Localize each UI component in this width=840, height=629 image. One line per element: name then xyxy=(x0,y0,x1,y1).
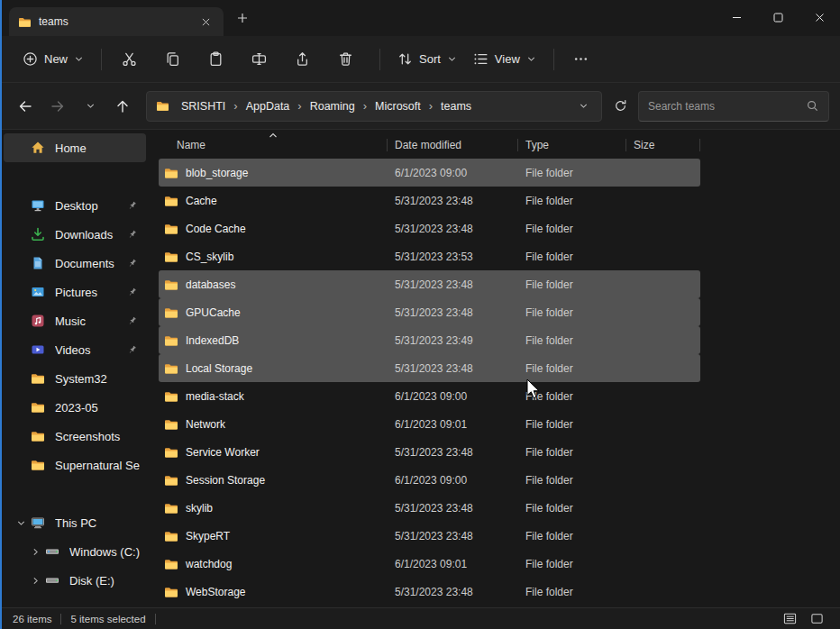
file-row-cache[interactable]: Cache5/31/2023 23:48File folder xyxy=(159,187,700,214)
up-button[interactable] xyxy=(108,92,137,121)
sidebar-item-windows-c[interactable]: Windows (C:) xyxy=(4,537,146,566)
copy-icon xyxy=(165,51,180,67)
file-date-cell: 5/31/2023 23:48 xyxy=(388,195,518,207)
forward-button[interactable] xyxy=(43,92,72,121)
file-row-blob-storage[interactable]: blob_storage6/1/2023 09:00File folder xyxy=(159,159,700,187)
share-button[interactable] xyxy=(284,43,320,76)
pin-icon xyxy=(127,287,137,297)
file-row-code-cache[interactable]: Code Cache5/31/2023 23:48File folder xyxy=(159,214,700,242)
cut-button[interactable] xyxy=(111,43,147,76)
file-row-watchdog[interactable]: watchdog6/1/2023 09:01File folder xyxy=(159,550,700,578)
file-date-cell: 6/1/2023 09:01 xyxy=(388,418,518,431)
sidebar-item-downloads[interactable]: Downloads xyxy=(4,220,146,249)
file-row-media-stack[interactable]: media-stack6/1/2023 09:00File folder xyxy=(159,382,700,410)
sidebar-item-pictures[interactable]: Pictures xyxy=(4,278,146,306)
cut-icon xyxy=(122,51,137,67)
toolbar-separator xyxy=(101,49,102,70)
rename-button[interactable] xyxy=(241,43,277,76)
file-name: Cache xyxy=(186,195,217,207)
sidebar-item-music[interactable]: Music xyxy=(4,306,146,335)
file-name-cell: WebStorage xyxy=(159,586,388,598)
sidebar-item-disk-e[interactable]: Disk (E:) xyxy=(4,566,146,595)
details-view-button[interactable] xyxy=(779,611,800,627)
column-header-label: Type xyxy=(525,139,549,151)
chevron-right-icon[interactable] xyxy=(25,576,45,586)
file-name-cell: IndexedDB xyxy=(159,334,388,347)
file-row-network[interactable]: Network6/1/2023 09:01File folder xyxy=(159,410,700,438)
breadcrumb-item-appdata[interactable]: AppData xyxy=(242,97,295,115)
column-header-size[interactable]: Size xyxy=(626,132,700,159)
breadcrumb-item-microsoft[interactable]: Microsoft xyxy=(370,97,425,115)
file-row-service-worker[interactable]: Service Worker5/31/2023 23:48File folder xyxy=(159,438,700,466)
view-button[interactable]: View xyxy=(465,43,544,76)
sidebar-item-videos[interactable]: Videos xyxy=(4,335,146,364)
minimize-button[interactable] xyxy=(716,0,757,34)
chevron-right-icon[interactable] xyxy=(25,547,45,557)
sidebar-item-2023-05[interactable]: 2023-05 xyxy=(4,393,146,422)
file-name-cell: Code Cache xyxy=(159,223,388,235)
chevron-down-icon[interactable] xyxy=(11,518,31,528)
column-header-name[interactable]: Name xyxy=(159,132,388,159)
file-row-session-storage[interactable]: Session Storage6/1/2023 09:00File folder xyxy=(159,466,700,494)
file-date-cell: 5/31/2023 23:53 xyxy=(388,251,518,263)
address-dropdown-icon[interactable] xyxy=(575,101,592,111)
copy-button[interactable] xyxy=(154,43,190,76)
file-date-cell: 5/31/2023 23:48 xyxy=(388,278,518,291)
breadcrumb-item-srishti[interactable]: SRISHTI xyxy=(177,97,230,115)
sidebar-item-this-pc[interactable]: This PC xyxy=(4,508,146,537)
folder-icon xyxy=(164,418,178,431)
file-type-cell: File folder xyxy=(518,474,626,487)
column-header-type[interactable]: Type xyxy=(518,132,626,159)
status-separator xyxy=(155,614,156,624)
back-button[interactable] xyxy=(11,92,40,121)
file-row-skypert[interactable]: SkypeRT5/31/2023 23:48File folder xyxy=(159,522,700,550)
file-name: WebStorage xyxy=(186,586,246,598)
file-name: Code Cache xyxy=(186,223,246,235)
sidebar-item-label: System32 xyxy=(55,372,142,386)
sidebar-item-desktop[interactable]: Desktop xyxy=(4,191,146,220)
delete-button[interactable] xyxy=(327,43,363,76)
videos-icon xyxy=(31,342,47,357)
paste-button[interactable] xyxy=(197,43,233,76)
recent-locations-button[interactable] xyxy=(76,92,105,121)
sidebar-item-home[interactable]: Home xyxy=(4,133,146,162)
sort-button[interactable]: Sort xyxy=(389,43,465,76)
file-row-databases[interactable]: databases5/31/2023 23:48File folder xyxy=(159,270,700,298)
sidebar-item-screenshots[interactable]: Screenshots xyxy=(4,422,146,451)
file-type-cell: File folder xyxy=(518,502,626,515)
file-name-cell: databases xyxy=(159,278,388,291)
new-tab-button[interactable] xyxy=(229,5,256,32)
sidebar-item-supernatural-se[interactable]: Supernatural Se xyxy=(4,451,146,479)
close-button[interactable] xyxy=(799,0,840,34)
file-row-indexeddb[interactable]: IndexedDB5/31/2023 23:49File folder xyxy=(159,326,700,354)
breadcrumb-item-roaming[interactable]: Roaming xyxy=(306,97,360,115)
desktop-icon xyxy=(31,198,47,213)
refresh-button[interactable] xyxy=(606,92,635,121)
new-button[interactable]: New xyxy=(14,43,92,76)
maximize-button[interactable] xyxy=(757,0,799,34)
file-row-webstorage[interactable]: WebStorage5/31/2023 23:48File folder xyxy=(159,578,700,606)
column-header-date[interactable]: Date modified xyxy=(388,132,518,159)
address-field[interactable]: SRISHTI›AppData›Roaming›Microsoft›teams xyxy=(146,91,602,122)
sidebar-item-documents[interactable]: Documents xyxy=(4,249,146,278)
tab-close-icon[interactable] xyxy=(196,13,215,31)
home-icon xyxy=(31,141,47,155)
folder-icon xyxy=(164,195,178,207)
file-row-local-storage[interactable]: Local Storage5/31/2023 23:48File folder xyxy=(159,354,700,382)
file-row-gpucache[interactable]: GPUCache5/31/2023 23:48File folder xyxy=(159,298,700,326)
large-icons-view-button[interactable] xyxy=(806,611,827,627)
breadcrumb-item-teams[interactable]: teams xyxy=(436,97,476,115)
folder-icon xyxy=(164,278,178,291)
tab-title: teams xyxy=(39,15,189,28)
sidebar-item-system32[interactable]: System32 xyxy=(4,364,146,393)
file-date-cell: 5/31/2023 23:48 xyxy=(388,362,518,375)
file-row-skylib[interactable]: skylib5/31/2023 23:48File folder xyxy=(159,494,700,522)
file-row-cs-skylib[interactable]: CS_skylib5/31/2023 23:53File folder xyxy=(159,242,700,270)
search-input[interactable] xyxy=(648,100,806,113)
file-type-cell: File folder xyxy=(518,251,626,263)
file-date-cell: 6/1/2023 09:01 xyxy=(388,558,518,570)
column-divider[interactable] xyxy=(699,139,700,151)
window-accent-edge xyxy=(0,0,2,629)
see-more-button[interactable] xyxy=(563,43,599,76)
explorer-tab[interactable]: teams xyxy=(9,7,224,36)
